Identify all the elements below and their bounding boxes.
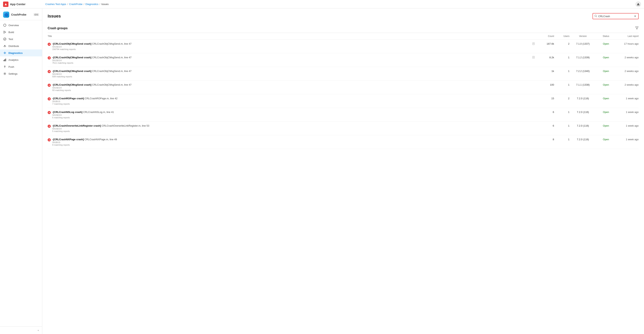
- crash-title-text: -[CRLCrashNXPage crash] CRLCrashNXPage.m…: [52, 138, 535, 146]
- crash-lastreport: 2 weeks ago: [616, 56, 638, 59]
- crash-version: 7.2.0 (116): [570, 97, 596, 100]
- crash-subtitle: SIGBUS: [52, 100, 535, 103]
- crash-matching: 7511 matching reports: [52, 62, 530, 64]
- sidebar-item-distribute[interactable]: Distribute: [0, 43, 42, 49]
- crash-status: Open: [596, 56, 616, 59]
- col-header-title: Title: [48, 35, 535, 38]
- breadcrumb-item-2[interactable]: CrashProbe: [69, 3, 82, 6]
- table-row[interactable]: ✕ -[CRLCrashObjCMsgSend crash] CRLCrashO…: [48, 53, 638, 67]
- crash-title-text: -[CRLCrashROPage crash] CRLCrashROPage.m…: [52, 97, 535, 105]
- crash-matching: 939 matching reports: [52, 75, 535, 78]
- crash-name-rest: CRLCrashObjCMsgSend.m, line 47: [92, 70, 132, 73]
- crash-error-icon: ✕: [48, 84, 51, 87]
- analytics-icon: [3, 58, 6, 62]
- crash-lastreport: 17 hours ago: [616, 42, 638, 45]
- crash-error-icon: ✕: [48, 43, 51, 46]
- section-title: Crash groups: [48, 27, 68, 30]
- search-box: ✕: [592, 13, 638, 19]
- crash-lastreport: 1 week ago: [616, 97, 638, 100]
- table-row[interactable]: ✕ -[CRLCrashObjCMsgSend crash] CRLCrashO…: [48, 40, 638, 53]
- crash-users: 1: [554, 138, 570, 141]
- overview-icon: [3, 24, 6, 27]
- table-row[interactable]: ✕ -[CRLCrashObjCMsgSend crash] CRLCrashO…: [48, 67, 638, 81]
- table-row[interactable]: ✕ -[CRLCrashNXPage crash] CRLCrashNXPage…: [48, 135, 638, 149]
- crash-status: Open: [596, 97, 616, 100]
- crash-subtitle: SIGBUS: [52, 141, 535, 143]
- crash-error-icon: ✕: [48, 97, 51, 100]
- page-title: Issues: [48, 14, 61, 19]
- crash-version: 7.2.0 (116): [570, 111, 596, 113]
- crash-title-col: ✕ -[CRLCrashNXPage crash] CRLCrashNXPage…: [48, 138, 535, 146]
- crash-title-col: ✕ -[CRLCrashObjCMsgSend crash] CRLCrashO…: [48, 56, 535, 64]
- search-input[interactable]: [598, 15, 632, 18]
- search-clear-button[interactable]: ✕: [634, 14, 637, 18]
- crash-name: -[CRLCrashNSLog crash] CRLCrashNSLog.m, …: [52, 111, 535, 113]
- sidebar-item-settings[interactable]: Settings: [0, 70, 42, 77]
- sidebar-collapse-button[interactable]: «: [0, 326, 42, 334]
- crash-users: 1: [554, 124, 570, 127]
- note-icon[interactable]: [532, 56, 535, 59]
- crash-error-icon: ✕: [48, 56, 51, 59]
- sidebar-item-build[interactable]: Build: [0, 29, 42, 36]
- app-center-label: App Center: [10, 3, 26, 6]
- sidebar-label-test: Test: [8, 38, 13, 41]
- user-avatar[interactable]: [636, 2, 641, 7]
- crash-lastreport: 1 week ago: [616, 111, 638, 113]
- crash-subtitle: SIGSEGV: [52, 59, 530, 62]
- crash-name-bold: -[CRLCrashObjCMsgSend crash]: [52, 42, 92, 45]
- crash-name-bold: -[CRLCrashOverwriteLinkRegister crash]: [52, 124, 101, 127]
- filter-icon[interactable]: [635, 26, 638, 30]
- logo-icon: [3, 2, 8, 7]
- breadcrumb-item-3[interactable]: Diagnostics: [86, 3, 98, 6]
- sidebar-item-overview[interactable]: Overview: [0, 22, 42, 29]
- crash-users: 1: [554, 111, 570, 113]
- crash-name-rest: CRLCrashNXPage.m, line 49: [84, 138, 117, 141]
- crash-name-bold: -[CRLCrashObjCMsgSend crash]: [52, 56, 92, 59]
- col-header-version: Version: [570, 35, 596, 38]
- crash-lastreport: 1 week ago: [616, 138, 638, 141]
- sidebar-item-push[interactable]: Push: [0, 63, 42, 70]
- sidebar-app-header: 🔵 CrashProbe iOS: [0, 9, 42, 20]
- sidebar: 🔵 CrashProbe iOS Overview: [0, 9, 42, 334]
- sidebar-item-test[interactable]: Test: [0, 36, 42, 43]
- breadcrumb-item-4: Issues: [102, 3, 109, 6]
- svg-point-3: [4, 24, 6, 27]
- table-row[interactable]: ✕ -[CRLCrashOverwriteLinkRegister crash]…: [48, 122, 638, 135]
- svg-marker-4: [4, 31, 6, 33]
- breadcrumb-item-1[interactable]: Crashes Test Apps: [45, 3, 66, 6]
- svg-point-12: [4, 73, 6, 74]
- table-row[interactable]: ✕ -[CRLCrashROPage crash] CRLCrashROPage…: [48, 94, 638, 108]
- crash-lastreport: 2 weeks ago: [616, 83, 638, 86]
- table-row[interactable]: ✕ -[CRLCrashNSLog crash] CRLCrashNSLog.m…: [48, 108, 638, 122]
- sidebar-item-diagnostics[interactable]: Diagnostics: [0, 49, 42, 56]
- app-layout: 🔵 CrashProbe iOS Overview: [0, 9, 644, 334]
- crash-name: -[CRLCrashObjCMsgSend crash] CRLCrashObj…: [52, 56, 530, 59]
- sidebar-label-settings: Settings: [8, 72, 18, 75]
- crash-name: -[CRLCrashObjCMsgSend crash] CRLCrashObj…: [52, 83, 535, 86]
- crash-name-rest: CRLCrashNSLog.m, line 41: [83, 111, 114, 113]
- svg-rect-9: [4, 59, 5, 61]
- topbar: App Center Crashes Test Apps / CrashProb…: [0, 0, 644, 9]
- sidebar-label-push: Push: [8, 65, 14, 68]
- crash-users: 1: [554, 70, 570, 73]
- crash-name-bold: -[CRLCrashObjCMsgSend crash]: [52, 70, 92, 73]
- diagnostics-icon: [3, 51, 6, 55]
- breadcrumb-sep-3: /: [100, 3, 100, 6]
- note-icon[interactable]: [532, 42, 535, 46]
- table-header: Title Count Users Version Status Last re…: [48, 33, 638, 40]
- app-logo[interactable]: App Center: [3, 2, 45, 7]
- crash-status: Open: [596, 111, 616, 113]
- crash-name-rest: CRLCrashObjCMsgSend.m, line 47: [92, 56, 132, 59]
- sidebar-app-name: CrashProbe: [11, 13, 32, 16]
- crash-users: 2: [554, 97, 570, 100]
- crash-lastreport: 2 weeks ago: [616, 70, 638, 73]
- crash-error-icon: ✕: [48, 138, 51, 141]
- table-row[interactable]: ✕ -[CRLCrashObjCMsgSend crash] CRLCrashO…: [48, 81, 638, 94]
- sidebar-item-analytics[interactable]: Analytics: [0, 56, 42, 63]
- crash-title-text: -[CRLCrashOverwriteLinkRegister crash] C…: [52, 124, 535, 132]
- crash-name-rest: CRLCrashObjCMsgSend.m, line 47: [92, 42, 132, 45]
- crash-users: 1: [554, 56, 570, 59]
- crash-title-text: -[CRLCrashObjCMsgSend crash] CRLCrashObj…: [52, 83, 535, 91]
- breadcrumb-sep-1: /: [67, 3, 68, 6]
- crash-users: 1: [554, 83, 570, 86]
